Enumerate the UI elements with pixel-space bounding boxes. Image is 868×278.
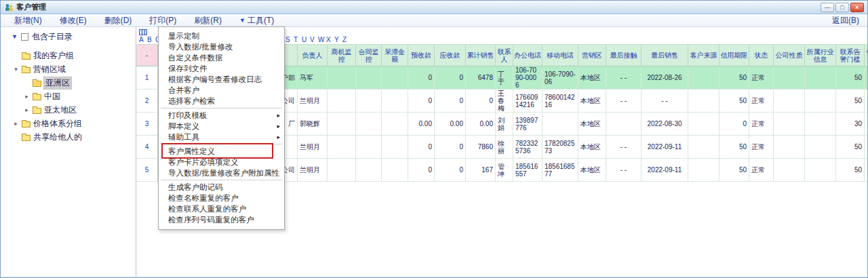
table-cell[interactable] <box>382 113 408 135</box>
table-cell[interactable]: 106-7090-0006 <box>513 66 542 89</box>
table-cell[interactable]: 7860014216 <box>542 90 578 112</box>
table-cell[interactable] <box>356 159 382 181</box>
tree-item[interactable]: ▸亚太地区 <box>1 103 136 117</box>
table-cell[interactable] <box>688 90 719 112</box>
table-cell[interactable] <box>805 159 836 181</box>
alphabet-letter[interactable]: U <box>302 36 310 43</box>
table-cell[interactable]: 50 <box>836 136 865 158</box>
tree-item[interactable]: ▸价格体系分组 <box>1 117 136 130</box>
table-cell[interactable] <box>382 136 408 158</box>
table-cell[interactable]: 本地区 <box>578 90 606 112</box>
table-cell[interactable] <box>328 66 356 89</box>
column-header[interactable]: 预收款 <box>408 45 435 66</box>
alphabet-letter[interactable]: S <box>285 36 294 43</box>
alphabet-letter[interactable]: T <box>294 36 302 43</box>
table-cell[interactable]: 30 <box>865 113 867 135</box>
column-header[interactable]: 合同监控 <box>356 45 382 66</box>
menu-item[interactable]: 自定义条件数据 <box>159 52 284 63</box>
table-cell[interactable]: 本地区 <box>578 66 606 89</box>
menubar-item[interactable]: 删除(D) <box>104 15 132 26</box>
menubar-item[interactable]: 修改(E) <box>60 15 87 26</box>
menu-item[interactable]: 打印及模板 <box>159 110 284 121</box>
column-header[interactable]: 最后接触 <box>606 45 642 66</box>
table-cell[interactable]: 0 <box>408 66 435 89</box>
table-cell[interactable]: 刘娟 <box>496 113 513 135</box>
table-cell[interactable] <box>382 66 408 89</box>
table-cell[interactable]: 正常 <box>749 136 774 158</box>
table-cell[interactable]: 0 <box>408 90 435 112</box>
table-cell[interactable] <box>328 159 356 181</box>
menu-item[interactable]: 导入数据/批量修改 <box>159 41 284 52</box>
menu-item-highlighted[interactable]: 客户属性定义 <box>159 146 284 157</box>
table-cell[interactable] <box>356 90 382 112</box>
table-cell[interactable]: 2022-09-11 <box>642 136 688 158</box>
table-cell[interactable] <box>688 136 719 158</box>
table-cell[interactable] <box>688 66 719 89</box>
table-cell[interactable]: 167 <box>466 159 496 181</box>
table-cell[interactable] <box>805 66 836 89</box>
table-cell[interactable] <box>542 113 578 135</box>
table-cell[interactable]: 0.00 <box>408 113 435 135</box>
table-cell[interactable]: 0 <box>408 159 435 181</box>
column-header[interactable]: 客户来源 <box>688 45 719 66</box>
grid-icon[interactable] <box>139 29 147 35</box>
tree-item[interactable]: 亚洲区 <box>1 76 136 90</box>
table-cell[interactable]: 丁于 <box>496 66 513 89</box>
column-header[interactable]: 移动电话 <box>542 45 578 66</box>
alphabet-letter[interactable]: W <box>318 36 326 43</box>
table-cell[interactable]: 兰明月 <box>298 159 328 181</box>
table-cell[interactable] <box>606 113 642 135</box>
column-header[interactable]: 公司性质 <box>774 45 805 66</box>
tree-item[interactable]: 我的客户组 <box>1 49 136 62</box>
table-cell[interactable]: 徐丽 <box>496 136 513 158</box>
minimize-button[interactable]: — <box>821 3 834 12</box>
column-header[interactable]: 所属行业信息 <box>805 45 836 66</box>
close-button[interactable]: × <box>850 3 864 12</box>
table-cell[interactable]: 正常 <box>749 90 774 112</box>
column-header[interactable]: 联系告警门槛 <box>836 45 865 66</box>
table-cell[interactable]: 5 <box>136 159 158 181</box>
table-cell[interactable]: 0 <box>435 136 466 158</box>
table-cell[interactable]: - - <box>642 90 688 112</box>
alphabet-letter[interactable]: X <box>326 36 334 43</box>
table-cell[interactable]: - - <box>606 66 642 89</box>
table-cell[interactable]: 0 <box>466 90 496 112</box>
alphabet-letter[interactable]: Z <box>342 36 351 43</box>
table-cell[interactable]: 0 <box>719 113 749 135</box>
table-cell[interactable]: 50 <box>836 159 865 181</box>
table-cell[interactable]: 50 <box>719 136 749 158</box>
column-header[interactable]: 营销区 <box>578 45 606 66</box>
menubar-item[interactable]: 刷新(R) <box>194 15 222 26</box>
table-cell[interactable]: 7823325736 <box>513 136 542 158</box>
menubar-item[interactable]: 新增(N) <box>14 15 42 26</box>
table-cell[interactable] <box>774 66 805 89</box>
table-cell[interactable]: 马军 <box>298 66 328 89</box>
table-cell[interactable]: 0 <box>435 66 466 89</box>
menu-item[interactable]: 辅助工具 <box>159 132 284 142</box>
table-cell[interactable]: 50 <box>719 90 749 112</box>
table-cell[interactable]: 30 <box>836 113 865 135</box>
table-cell[interactable]: 兰明月 <box>298 136 328 158</box>
column-header[interactable]: 负责人 <box>298 45 328 66</box>
alphabet-letter[interactable]: B <box>147 36 155 43</box>
menu-item[interactable]: 显示定制 <box>159 31 284 41</box>
table-cell[interactable]: 50 <box>719 159 749 181</box>
menu-item[interactable]: 检查联系人重复的客户 <box>159 203 284 214</box>
table-cell[interactable] <box>356 66 382 89</box>
table-cell[interactable] <box>688 113 719 135</box>
table-cell[interactable]: - - <box>606 159 642 181</box>
table-cell[interactable]: 正常 <box>749 159 774 181</box>
menu-item[interactable]: 检查序列号码重复的客户 <box>159 214 284 225</box>
table-cell[interactable] <box>805 113 836 135</box>
table-cell[interactable]: 0 <box>408 136 435 158</box>
table-cell[interactable] <box>356 136 382 158</box>
column-header[interactable]: 状态 <box>749 45 774 66</box>
table-cell[interactable] <box>774 159 805 181</box>
menu-item[interactable]: 脚本定义 <box>159 121 284 132</box>
menu-item[interactable]: 根据客户编号查看修改日志 <box>159 74 284 85</box>
table-cell[interactable]: 正常 <box>749 113 774 135</box>
table-cell[interactable] <box>805 136 836 158</box>
column-header[interactable]: 商机监控 <box>328 45 356 66</box>
table-cell[interactable]: 0 <box>435 159 466 181</box>
table-cell[interactable]: 50 <box>719 66 749 89</box>
